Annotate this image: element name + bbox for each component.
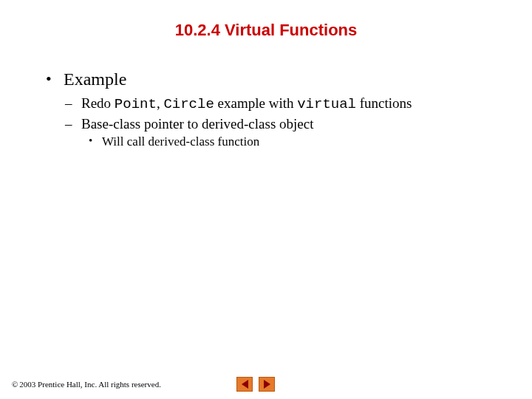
slide-content: Example Redo Point, Circle example with … [0,69,532,151]
code-circle: Circle [163,96,214,112]
level-2-group: Redo Point, Circle example with virtual … [43,94,502,151]
bullet-level-2-redo: Redo Point, Circle example with virtual … [65,94,502,115]
bullet-level-2-baseclass: Base-class pointer to derived-class obje… [65,115,502,134]
text-segment: Redo [81,95,115,111]
code-virtual: virtual [297,96,356,112]
text-segment: example with [214,95,297,111]
copyright-symbol: © [12,380,18,389]
text-segment: , [157,95,164,111]
level-3-group: Will call derived-class function [65,133,502,151]
slide-title: 10.2.4 Virtual Functions [0,21,532,40]
copyright-footer: © 2003 Prentice Hall, Inc. All rights re… [12,380,161,389]
bullet-level-1: Example [43,69,502,89]
bullet-level-3: Will call derived-class function [89,133,502,151]
prev-slide-button[interactable] [236,377,253,392]
copyright-text: 2003 Prentice Hall, Inc. All rights rese… [19,380,161,389]
next-slide-button[interactable] [259,377,275,392]
text-segment: functions [356,95,412,111]
slide-nav [236,377,275,392]
triangle-left-icon [242,380,248,389]
triangle-right-icon [264,380,270,389]
code-point: Point [115,96,157,112]
